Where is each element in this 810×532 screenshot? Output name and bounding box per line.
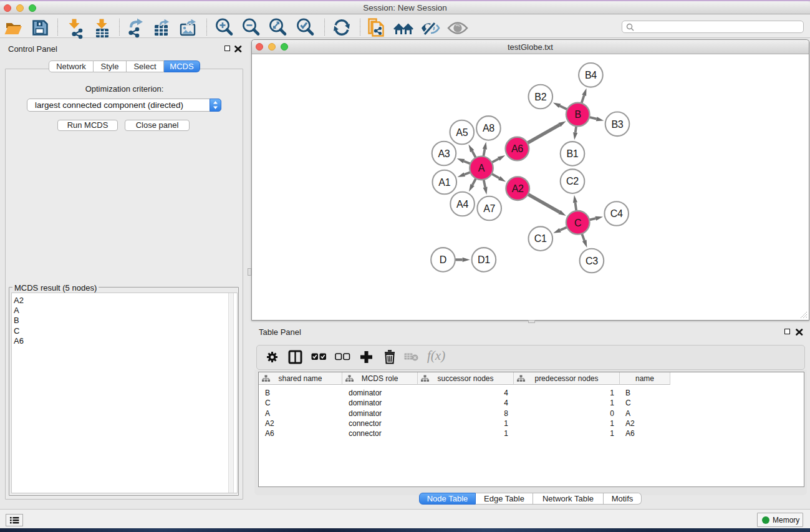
svg-text:A4: A4	[456, 199, 468, 210]
svg-text:A2: A2	[512, 183, 524, 194]
svg-text:A5: A5	[456, 127, 468, 138]
svg-text:B1: B1	[567, 148, 579, 159]
svg-text:A: A	[478, 163, 485, 173]
svg-text:A8: A8	[483, 123, 494, 133]
svg-text:A6: A6	[511, 143, 523, 154]
svg-text:C4: C4	[610, 208, 623, 219]
svg-text:C2: C2	[566, 176, 579, 186]
svg-text:B3: B3	[612, 119, 624, 130]
svg-text:B4: B4	[585, 70, 597, 80]
svg-text:B: B	[575, 109, 581, 120]
svg-text:C3: C3	[586, 256, 598, 266]
svg-text:A3: A3	[438, 148, 450, 159]
svg-text:A7: A7	[483, 203, 495, 214]
svg-text:C: C	[574, 218, 581, 228]
svg-text:C1: C1	[534, 233, 547, 244]
svg-text:D1: D1	[478, 254, 490, 265]
svg-text:A1: A1	[438, 177, 450, 188]
svg-text:D: D	[440, 254, 446, 265]
svg-text:B2: B2	[534, 92, 546, 102]
